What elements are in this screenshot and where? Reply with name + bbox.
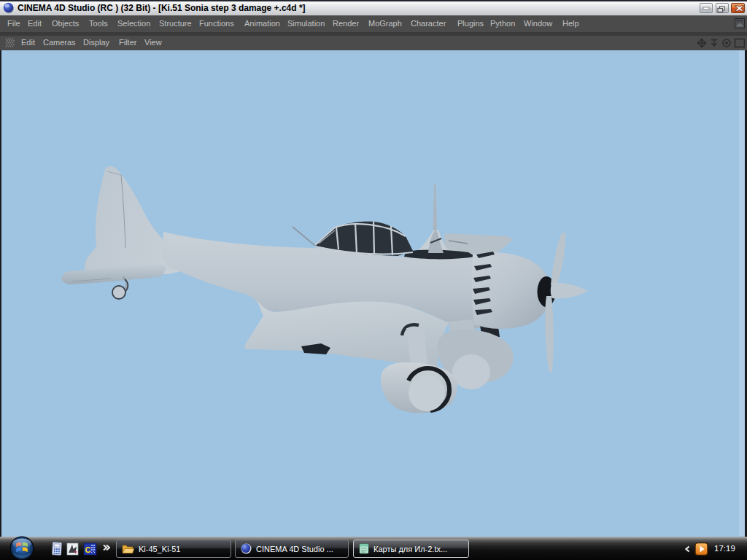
svg-text:C: C	[85, 545, 91, 554]
